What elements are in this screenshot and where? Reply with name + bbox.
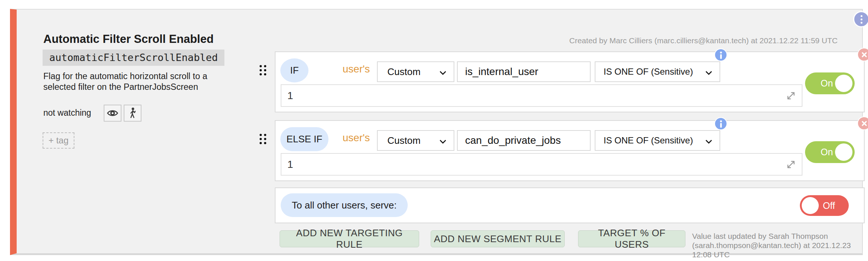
- default-rule-label: To all other users, serve:: [281, 193, 408, 217]
- page-title: Automatic Filter Scroll Enabled: [43, 33, 214, 46]
- chevron-down-icon: [438, 68, 448, 78]
- toggle-knob: [802, 197, 819, 214]
- watch-button[interactable]: [104, 105, 121, 122]
- add-targeting-rule-button[interactable]: ADD NEW TARGETING RULE: [280, 230, 419, 247]
- created-by-text: Created by Marc Cilliers (marc.cilliers@…: [569, 36, 838, 45]
- expand-icon[interactable]: [785, 90, 797, 101]
- remove-rule-button[interactable]: [857, 48, 868, 61]
- close-icon: [861, 120, 868, 127]
- chevron-down-icon: [704, 68, 714, 78]
- rule-toggle[interactable]: On: [805, 141, 855, 163]
- attribute-type-value: Custom: [387, 66, 421, 78]
- remove-rule-button[interactable]: [857, 116, 868, 130]
- operator-info-button[interactable]: [714, 48, 727, 61]
- attribute-type-select[interactable]: Custom: [377, 130, 454, 151]
- chevron-down-icon: [438, 137, 448, 146]
- chevron-down-icon: [704, 137, 714, 146]
- toggle-knob: [835, 143, 852, 161]
- add-tag-button[interactable]: + tag: [43, 132, 74, 149]
- watchers-button[interactable]: [124, 105, 141, 122]
- rule-keyword-pill: IF: [280, 58, 308, 82]
- rule-value-text: 1: [287, 159, 293, 170]
- flag-key-chip: automaticFilterScrollEnabled: [43, 50, 224, 66]
- drag-handle-icon[interactable]: [260, 134, 266, 144]
- close-icon: [861, 51, 868, 58]
- info-icon: [718, 51, 724, 59]
- expand-icon[interactable]: [785, 159, 797, 170]
- flag-menu-button[interactable]: [853, 11, 868, 27]
- rule-value-text: 1: [287, 90, 293, 102]
- watch-status-label: not watching: [43, 108, 91, 118]
- attribute-input[interactable]: is_internal_user: [457, 61, 591, 82]
- last-updated-text: Value last updated by Sarah Thompson (sa…: [692, 231, 857, 259]
- operator-select[interactable]: IS ONE OF (Sensitive): [595, 130, 720, 151]
- drag-handle-icon[interactable]: [260, 65, 266, 75]
- targeting-rule-if: IF user's Custom is_internal_user IS ONE…: [275, 51, 865, 112]
- targeting-rule-elseif: ELSE IF user's Custom can_do_private_job…: [275, 120, 865, 181]
- operator-value: IS ONE OF (Sensitive): [604, 135, 693, 146]
- operator-value: IS ONE OF (Sensitive): [604, 67, 693, 77]
- add-segment-rule-button[interactable]: ADD NEW SEGMENT RULE: [431, 230, 565, 247]
- feature-flag-card: Automatic Filter Scroll Enabled automati…: [10, 9, 863, 255]
- attribute-input[interactable]: can_do_private_jobs: [457, 130, 591, 151]
- info-icon: [718, 120, 724, 128]
- rule-value-input[interactable]: 1: [281, 153, 802, 176]
- attribute-type-select[interactable]: Custom: [377, 61, 454, 82]
- toggle-label: On: [821, 141, 833, 163]
- walking-person-icon: [127, 107, 138, 119]
- eye-icon: [107, 107, 118, 119]
- target-percent-button[interactable]: TARGET % OF USERS: [578, 230, 685, 247]
- toggle-label: Off: [823, 195, 835, 216]
- attribute-type-value: Custom: [387, 135, 421, 146]
- rule-value-input[interactable]: 1: [281, 84, 802, 107]
- operator-select[interactable]: IS ONE OF (Sensitive): [595, 61, 720, 82]
- rule-keyword-pill: ELSE IF: [280, 127, 328, 151]
- toggle-knob: [835, 75, 852, 92]
- rule-subject-label: user's: [343, 63, 370, 75]
- default-rule-toggle[interactable]: Off: [800, 195, 849, 216]
- rule-subject-label: user's: [343, 132, 370, 144]
- toggle-label: On: [821, 72, 833, 94]
- default-rule-row: To all other users, serve: Off: [275, 187, 865, 223]
- flag-description: Flag for the automatic horizontal scroll…: [43, 71, 230, 92]
- operator-info-button[interactable]: [714, 117, 727, 130]
- feature-flag-page: Automatic Filter Scroll Enabled automati…: [0, 0, 868, 261]
- kebab-menu-icon: [861, 15, 862, 24]
- rule-toggle[interactable]: On: [805, 72, 855, 94]
